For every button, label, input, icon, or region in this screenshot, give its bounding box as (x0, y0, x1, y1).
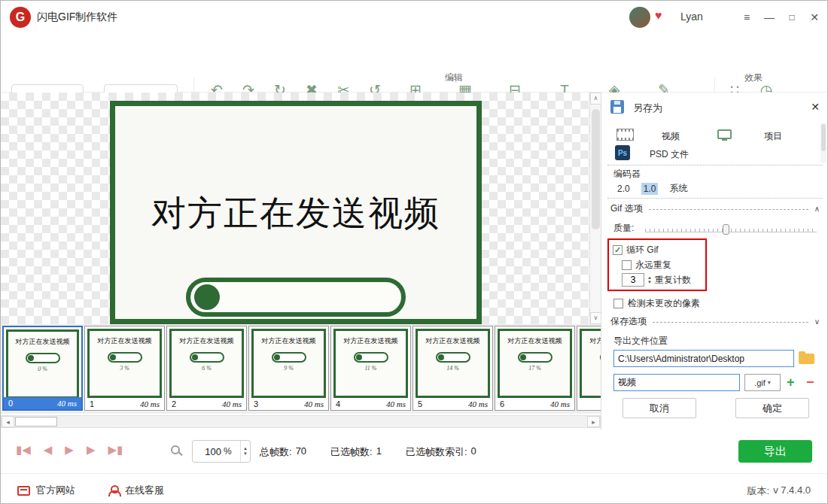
panel-scrollbar[interactable] (820, 123, 826, 163)
frame-preview-mini: 对方正在发送视频 9 % (251, 329, 326, 398)
format-project[interactable]: 项目 (764, 130, 782, 143)
timeline-scrollbar[interactable]: ◂ ▸ (1, 415, 601, 428)
frame-thumbnail-5[interactable]: 对方正在发送视频 14 % 5 40 ms (412, 326, 493, 411)
check-icon: ✓ (614, 245, 621, 255)
frame-percent: 3 % (90, 365, 160, 372)
repeat-count-spinner[interactable]: ▲ ▼ (647, 275, 652, 284)
username[interactable]: Lyan (680, 11, 703, 23)
frame-preview[interactable]: 对方正在发送视频 (110, 101, 482, 324)
export-button[interactable]: 导出 (738, 440, 812, 463)
frame-thumbnail-7[interactable]: 对方正在发送视频 (577, 326, 601, 411)
user-avatar[interactable] (629, 7, 650, 28)
loop-gif-option[interactable]: ✓ 循环 Gif (613, 242, 705, 257)
panel-close-button[interactable]: ✕ (811, 101, 820, 113)
panel-scroll-thumb[interactable] (821, 124, 826, 151)
selected-frames-label: 已选帧数: (330, 445, 373, 459)
zoom-control[interactable]: % ▲ ▼ (192, 440, 251, 463)
export-path-input[interactable] (613, 350, 794, 367)
zoom-input[interactable] (196, 446, 221, 457)
quality-slider[interactable] (645, 223, 817, 235)
playback-controls: ▮◀ ◀ ▶ ▶ ▶▮ (16, 443, 123, 457)
frame-index: 4 (336, 399, 340, 408)
extension-select[interactable]: .gif ▾ (744, 374, 781, 391)
vertical-scroll-thumb[interactable] (592, 109, 600, 229)
frame-thumbnail-3[interactable]: 对方正在发送视频 9 % 3 40 ms (248, 326, 329, 411)
loop-gif-checkbox[interactable]: ✓ (613, 245, 623, 255)
version-info: 版本: v 7.4.4.0 (747, 484, 811, 498)
frame-duration: 40 ms (57, 399, 77, 408)
save-options-label: 保存选项 (610, 315, 647, 328)
folder-icon[interactable] (799, 354, 814, 364)
step-back-icon[interactable]: ◀ (44, 443, 53, 457)
encoder-option-system[interactable]: 系统 (667, 181, 689, 196)
frame-label-row: 2 40 ms (167, 398, 246, 410)
skip-last-icon[interactable]: ▶▮ (108, 443, 123, 457)
frame-duration: 40 ms (468, 399, 488, 408)
website-label: 官方网站 (36, 484, 75, 497)
preview-progress-knob (194, 284, 220, 310)
repeat-count-input[interactable] (622, 273, 644, 287)
spinner-up-icon[interactable]: ▲ (243, 446, 248, 451)
preview-text: 对方正在发送视频 (115, 190, 476, 237)
scroll-right-icon[interactable]: ▸ (587, 416, 600, 427)
scroll-left-icon[interactable]: ◂ (2, 416, 14, 427)
frame-thumbnail-1[interactable]: 对方正在发送视频 3 % 1 40 ms (84, 326, 165, 411)
official-website-link[interactable]: 官方网站 (17, 484, 75, 497)
video-format-icon (616, 129, 634, 141)
zoom-spinner[interactable]: ▲ ▼ (240, 441, 250, 462)
repeat-count-row: ▲ ▼ 重复计数 (622, 272, 705, 287)
spinner-down-icon[interactable]: ▼ (647, 280, 652, 284)
online-support-link[interactable]: 在线客服 (108, 484, 164, 497)
filename-input[interactable] (613, 374, 740, 391)
panel-header: 另存为 ✕ (601, 99, 828, 118)
format-psd[interactable]: PSD 文件 (650, 148, 689, 161)
repeat-forever-option[interactable]: 永远重复 (622, 257, 705, 272)
extension-value: .gif (754, 378, 766, 387)
detect-unchanged-option[interactable]: 检测未更改的像素 (613, 297, 700, 310)
gif-options-section-header[interactable]: Gif 选项 ∧ (610, 202, 820, 214)
statusbar: 官方网站 在线客服 版本: v 7.4.4.0 (1, 473, 828, 504)
format-video[interactable]: 视频 (662, 130, 680, 143)
frame-thumbnail-6[interactable]: 对方正在发送视频 17 % 6 40 ms (495, 326, 575, 411)
frame-index: 2 (172, 399, 176, 408)
horizontal-scroll-thumb[interactable] (15, 417, 57, 427)
menu-button[interactable]: ≡ (738, 10, 755, 25)
frame-thumbnail-4[interactable]: 对方正在发送视频 11 % 4 40 ms (330, 326, 411, 411)
scroll-up-icon[interactable]: ∧ (590, 93, 601, 105)
maximize-button[interactable]: □ (784, 10, 800, 25)
save-as-panel: 另存为 ✕ 视频 项目 Ps PSD 文件 编码器 2.0 1.0 系统 Gif… (601, 93, 828, 430)
detect-unchanged-label: 检测未更改的像素 (628, 297, 700, 310)
canvas-area[interactable]: 对方正在发送视频 ∧ ∨ (1, 93, 601, 324)
spinner-down-icon[interactable]: ▼ (243, 451, 248, 457)
frame-percent: 6 % (172, 365, 242, 372)
save-options-section-header[interactable]: 保存选项 ∨ (610, 315, 820, 327)
repeat-count-label: 重复计数 (655, 274, 691, 287)
frame-index: 1 (90, 399, 94, 408)
close-button[interactable]: ✕ (806, 10, 823, 25)
add-button[interactable]: + (787, 374, 795, 391)
remove-button[interactable]: − (806, 374, 814, 391)
canvas-vertical-scrollbar[interactable]: ∧ ∨ (589, 93, 601, 324)
collapse-icon[interactable]: ∧ (814, 205, 820, 213)
frame-thumbnail-2[interactable]: 对方正在发送视频 6 % 2 40 ms (166, 326, 247, 411)
repeat-forever-checkbox[interactable] (622, 260, 632, 270)
frame-preview-mini: 对方正在发送视频 0 % (6, 329, 79, 399)
encoder-options: 2.0 1.0 系统 (615, 181, 689, 196)
heart-badge-icon[interactable]: ♥ (655, 9, 662, 23)
frame-thumbnail-0[interactable]: 对方正在发送视频 0 % 0 40 ms (2, 326, 83, 411)
ok-button[interactable]: 确定 (735, 398, 809, 418)
skip-first-icon[interactable]: ▮◀ (16, 443, 31, 457)
step-forward-icon[interactable]: ▶ (87, 443, 96, 457)
play-icon[interactable]: ▶ (65, 443, 74, 457)
scroll-down-icon[interactable]: ∨ (590, 312, 601, 324)
encoder-option-1-0[interactable]: 1.0 (641, 183, 659, 195)
frame-preview-mini: 对方正在发送视频 14 % (416, 329, 490, 398)
collapse-icon[interactable]: ∨ (814, 317, 820, 326)
minimize-button[interactable]: — (761, 10, 778, 25)
detect-unchanged-checkbox[interactable] (613, 299, 623, 308)
divider (607, 198, 823, 199)
encoder-option-2-0[interactable]: 2.0 (615, 183, 632, 195)
gif-options-label: Gif 选项 (610, 202, 643, 215)
cancel-button[interactable]: 取消 (623, 398, 696, 418)
quality-slider-handle[interactable] (723, 224, 729, 235)
